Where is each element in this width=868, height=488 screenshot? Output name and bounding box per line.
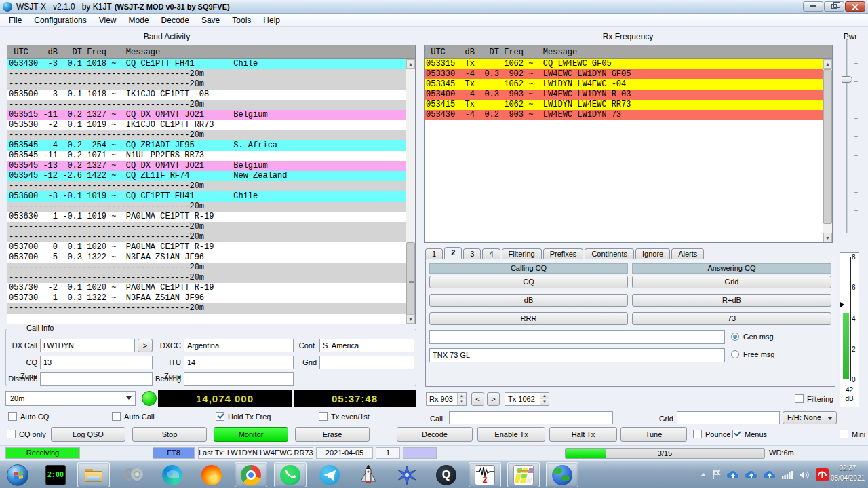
dx-call-jump-button[interactable]: > [138, 339, 153, 352]
decode-row[interactable]: 053315 Tx 1062 ~ CQ LW4EWC GF05 [425, 59, 823, 69]
decode-row[interactable]: 053730 1 0.3 1322 ~ N3FAA ZS1AN JF96 [7, 293, 406, 303]
decode-row[interactable]: -------------------------------------20m [7, 273, 406, 283]
decode-row[interactable]: -------------------------------------20m [7, 100, 406, 110]
decode-row[interactable]: 053330 -4 0.3 902 ~ LW4EWC LW1DYN GF05 [425, 69, 823, 79]
gen-msg-input[interactable] [429, 330, 725, 344]
cont-field[interactable]: S. America [319, 339, 414, 352]
tx-to-rx-button[interactable]: < [471, 392, 484, 406]
wsjt-x-taskbar-button[interactable]: 2 [469, 462, 501, 487]
hold-tx-freq-checkbox[interactable]: Hold Tx Freq [216, 412, 271, 421]
cq-zone-field[interactable]: 13 [40, 356, 153, 369]
cloud-upload-icon[interactable] [745, 470, 757, 480]
decode-row[interactable]: 053545 -13 0.2 1327 ~ CQ DX ON4VT JO21 B… [7, 161, 406, 171]
decode-row[interactable]: 053545 -4 0.2 254 ~ CQ ZR1ADI JF95 S. Af… [7, 140, 406, 151]
cloud-upload-icon[interactable] [727, 470, 739, 480]
scroll-up-icon[interactable]: ▲ [823, 59, 832, 69]
rx-frequency-spinner[interactable]: Rx 903 ▲▼ [426, 392, 467, 406]
menu-item[interactable]: Save [195, 15, 226, 26]
decode-row[interactable]: 053500 3 0.1 1018 ~ IK1CJO CE1PTT -08 [7, 90, 406, 100]
call-input[interactable] [449, 411, 613, 424]
tab[interactable]: Ignore [635, 248, 670, 259]
decode-row[interactable]: 053545 -12 -2.6 1422 ~ CQ ZL1IF RF74 New… [7, 171, 406, 181]
dx-call-field[interactable]: LW1DYN [40, 339, 135, 352]
slider-handle[interactable] [842, 76, 852, 83]
enable-tx-button[interactable]: Enable Tx [477, 427, 545, 442]
rrr-button[interactable]: RRR [429, 312, 628, 325]
auto-call-checkbox[interactable]: Auto Call [112, 412, 155, 421]
minimize-button[interactable] [803, 1, 823, 12]
decode-button[interactable]: Decode [397, 427, 473, 442]
rdb-button[interactable]: R+dB [632, 294, 831, 307]
menu-item[interactable]: Decode [155, 15, 195, 26]
tab[interactable]: 3 [463, 248, 481, 259]
clock-app-button[interactable]: 2:00 [39, 462, 72, 487]
grid-button[interactable]: Grid [632, 276, 831, 288]
rx-frequency-scrollbar[interactable]: ▲ ▼ [823, 59, 832, 242]
band-activity-scrollbar[interactable]: ▲ ▼ [406, 59, 415, 324]
speaker-icon[interactable] [799, 470, 810, 480]
seventythree-button[interactable]: 73 [632, 312, 831, 325]
log-qso-button[interactable]: Log QSO [51, 427, 125, 442]
globe-app-button[interactable] [546, 462, 578, 487]
menu-item[interactable]: Help [257, 15, 286, 26]
restore-button[interactable] [824, 1, 844, 12]
tab[interactable]: 1 [425, 248, 443, 259]
rings-app-button[interactable] [117, 462, 149, 487]
show-hidden-icons[interactable] [701, 473, 706, 476]
decode-row[interactable]: -------------------------------------20m [7, 79, 406, 90]
start-button[interactable] [1, 462, 34, 487]
distance-field[interactable] [40, 372, 153, 386]
decode-row[interactable]: 053430 -4 0.2 903 ~ LW4EWC LW1DYN 73 [425, 110, 823, 120]
tab[interactable]: 4 [482, 248, 500, 259]
scroll-down-icon[interactable]: ▼ [823, 233, 832, 242]
action-center-flag-icon[interactable] [712, 470, 721, 480]
gen-msg-radio[interactable] [731, 333, 739, 341]
scrollbar-thumb[interactable] [406, 242, 415, 317]
menu-item[interactable]: Tools [226, 15, 257, 26]
decode-row[interactable]: 053600 -3 -0.1 1019 ~ CQ CE1PTT FH41 Chi… [7, 191, 406, 202]
stop-button[interactable]: Stop [132, 427, 207, 442]
itu-zone-field[interactable]: 14 [184, 356, 294, 369]
decode-row[interactable]: 053515 -11 0.2 1327 ~ CQ DX ON4VT JO21 B… [7, 110, 406, 120]
whatsapp-button[interactable] [274, 462, 307, 487]
taskbar-clock[interactable]: 02:37 05/04/2021 [829, 463, 867, 483]
mini-checkbox[interactable]: Mini [840, 430, 865, 438]
tab[interactable]: Filtering [502, 248, 542, 259]
decode-row[interactable]: 053430 -3 0.1 1018 ~ CQ CE1PTT FH41 Chil… [7, 59, 406, 69]
menu-item[interactable]: File [3, 15, 28, 26]
decode-row[interactable]: 053700 0 0.1 1020 ~ PA0LMA CE1PTT R-19 [7, 242, 406, 252]
tab[interactable]: Alerts [671, 248, 704, 259]
decode-row[interactable]: -------------------------------------20m [7, 202, 406, 212]
decode-row[interactable]: 053545 -11 0.2 1071 ~ N1UL PP2FRS RR73 [7, 151, 406, 161]
decode-row[interactable]: 053730 -2 0.1 1020 ~ PA0LMA CE1PTT R-19 [7, 283, 406, 293]
band-select[interactable]: 20m [5, 391, 136, 406]
decode-row[interactable]: 053700 -5 0.3 1322 ~ N3FAA ZS1AN JF96 [7, 252, 406, 263]
decode-row[interactable]: -------------------------------------20m [7, 232, 406, 242]
tune-button[interactable]: Tune [620, 427, 687, 442]
filtering-checkbox[interactable]: Filtering [795, 394, 833, 403]
firefox-browser-button[interactable] [195, 462, 228, 487]
cloud-upload-icon[interactable] [764, 470, 776, 480]
fh-mode-select[interactable]: F/H: None [783, 411, 837, 424]
rx-to-tx-button[interactable]: > [487, 392, 500, 406]
decode-row[interactable]: 053400 -4 0.3 903 ~ LW4EWC LW1DYN R-03 [425, 90, 823, 100]
decode-row[interactable]: -------------------------------------20m [7, 130, 406, 140]
bearing-field[interactable] [184, 372, 294, 386]
tab[interactable]: Continents [585, 248, 634, 259]
decode-row[interactable]: -------------------------------------20m [7, 303, 406, 314]
decode-row[interactable]: 053415 Tx 1062 ~ LW1DYN LW4EWC RR73 [425, 100, 823, 110]
pwr-slider[interactable] [838, 38, 860, 236]
tab[interactable]: Prefixes [543, 248, 584, 259]
menu-item[interactable]: Configurations [28, 15, 92, 26]
dxcc-field[interactable]: Argentina [184, 339, 294, 352]
pounce-checkbox[interactable]: Pounce [693, 430, 730, 438]
cq-button[interactable]: CQ [429, 276, 628, 288]
gridtracker-button[interactable] [507, 462, 540, 487]
decode-row[interactable]: 053345 Tx 1062 ~ LW1DYN LW4EWC -04 [425, 79, 823, 90]
avira-antivirus-icon[interactable] [816, 468, 829, 481]
tx-frequency-spinner[interactable]: Tx 1062 ▲▼ [505, 392, 549, 406]
decode-row[interactable]: -------------------------------------20m [7, 263, 406, 273]
scroll-up-icon[interactable]: ▲ [406, 59, 415, 69]
db-button[interactable]: dB [429, 294, 628, 307]
q-media-app-button[interactable]: Q [430, 462, 462, 487]
